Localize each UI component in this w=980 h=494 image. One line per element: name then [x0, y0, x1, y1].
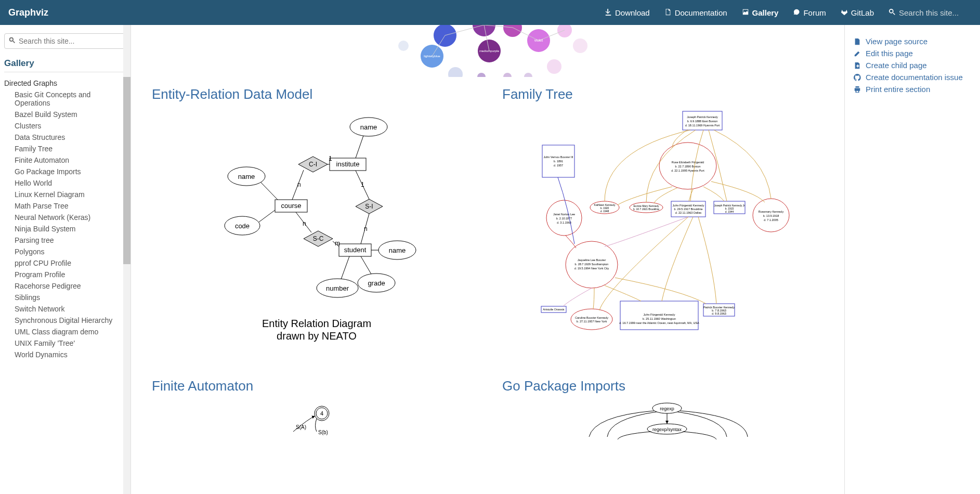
sidebar-item[interactable]: Family Tree [15, 143, 126, 154]
sidebar-item-link[interactable]: Hello World [15, 179, 52, 187]
sidebar-item-link[interactable]: Family Tree [15, 145, 53, 153]
sidebar-item-link[interactable]: Finite Automaton [15, 156, 69, 164]
svg-text:b. 10.7.1921 Brookline: b. 10.7.1921 Brookline [633, 207, 659, 211]
action-create-child-label[interactable]: Create child page [866, 61, 927, 70]
svg-text:violet: violet [534, 38, 543, 42]
svg-text:S-C: S-C [313, 235, 324, 242]
sidebar-item-link[interactable]: Neural Network (Keras) [15, 213, 90, 222]
nav-download[interactable]: Download [605, 8, 650, 17]
nav-forum[interactable]: Forum [793, 8, 826, 17]
svg-text:mediumpurple: mediumpurple [479, 49, 500, 53]
sidebar-list: Directed Graphs Basic Git Concepts and O… [4, 77, 126, 360]
top-nav: Download Documentation Gallery Forum Git… [605, 8, 972, 17]
sidebar-item[interactable]: Ninja Build System [15, 223, 126, 235]
action-view-source[interactable]: View page source [853, 35, 972, 47]
action-view-source-label[interactable]: View page source [866, 37, 927, 46]
top-search[interactable] [888, 8, 972, 17]
sidebar-item-link[interactable]: Siblings [15, 293, 40, 302]
svg-text:d. 7.1.2005: d. 7.1.2005 [764, 218, 778, 222]
sidebar-item-link[interactable]: UNIX Family 'Tree' [15, 339, 75, 347]
sidebar-item[interactable]: Program Profile [15, 269, 126, 280]
sidebar-item-link[interactable]: Math Parse Tree [15, 202, 69, 210]
sidebar-item[interactable]: Go Package Imports [15, 166, 126, 177]
sidebar-item[interactable]: Polygons [15, 246, 126, 257]
brand[interactable]: Graphviz [8, 7, 48, 18]
family-figure[interactable]: Joseph Patrick Kennedy b. 6.9.1888 East … [502, 109, 832, 343]
card-finite-title[interactable]: Finite Automaton [152, 378, 253, 394]
svg-point-13 [524, 73, 532, 77]
sidebar-item[interactable]: Hello World [15, 177, 126, 189]
action-create-child[interactable]: Create child page [853, 59, 972, 71]
sidebar-item-link[interactable]: Bazel Build System [15, 110, 77, 119]
sidebar-item[interactable]: UML Class diagram demo [15, 326, 126, 337]
svg-point-15 [573, 38, 587, 53]
card-er-title[interactable]: Entity-Relation Data Model [152, 86, 312, 102]
action-print[interactable]: Print entire section [853, 83, 972, 95]
sidebar-category[interactable]: Directed Graphs [4, 77, 126, 89]
sidebar-item[interactable]: Racehorse Pedigree [15, 280, 126, 292]
action-edit-label[interactable]: Edit this page [866, 49, 913, 58]
top-search-input[interactable] [899, 8, 972, 17]
sidebar-item-link[interactable]: Racehorse Pedigree [15, 282, 81, 290]
card-gopkg-title[interactable]: Go Package Imports [502, 378, 625, 394]
svg-point-4 [473, 25, 495, 36]
sidebar-item[interactable]: Data Structures [15, 132, 126, 143]
svg-text:1: 1 [329, 155, 332, 162]
er-figure[interactable]: institute name C-I 1 course [152, 109, 481, 369]
svg-line-63 [341, 256, 349, 279]
sidebar-item[interactable]: Siblings [15, 292, 126, 303]
sidebar-search-input[interactable] [19, 37, 122, 45]
sidebar-item-link[interactable]: Parsing tree [15, 236, 54, 244]
action-edit[interactable]: Edit this page [853, 47, 972, 59]
sidebar-item[interactable]: Linux Kernel Diagram [15, 189, 126, 200]
card-family-title[interactable]: Family Tree [502, 86, 573, 102]
svg-text:n: n [297, 181, 301, 188]
action-create-doc[interactable]: Create documentation issue [853, 71, 972, 83]
svg-text:Janet Norton Lee: Janet Norton Lee [553, 213, 575, 216]
svg-text:Rose Elizabeth Fitzgerald: Rose Elizabeth Fitzgerald [672, 161, 704, 164]
sidebar-search[interactable] [4, 33, 126, 49]
scrollbar-thumb[interactable] [123, 77, 130, 264]
sidebar-item-link[interactable]: Clusters [15, 122, 41, 130]
sidebar-item-link[interactable]: pprof CPU Profile [15, 259, 71, 267]
sidebar-item[interactable]: Basic Git Concepts and Operations [15, 89, 126, 109]
svg-text:1: 1 [361, 181, 364, 188]
sidebar-item[interactable]: Neural Network (Keras) [15, 212, 126, 223]
sidebar-item-link[interactable]: Program Profile [15, 270, 65, 279]
sidebar-section-title[interactable]: Gallery [4, 56, 126, 72]
nav-documentation[interactable]: Documentation [664, 8, 727, 17]
sidebar-item[interactable]: UNIX Family 'Tree' [15, 337, 126, 349]
sidebar-item[interactable]: Bazel Build System [15, 109, 126, 120]
sidebar-item-link[interactable]: Polygons [15, 248, 45, 256]
nav-gallery[interactable]: Gallery [742, 8, 779, 17]
svg-text:S(b): S(b) [318, 430, 328, 435]
finite-figure[interactable]: 4 S(A) S(b) [152, 400, 481, 442]
sidebar-item-link[interactable]: Basic Git Concepts and Operations [15, 90, 90, 107]
sidebar-item[interactable]: World Dynamics [15, 349, 126, 360]
nav-gitlab[interactable]: GitLab [841, 8, 874, 17]
svg-text:d. 22.11.1963 Dallas: d. 22.11.1963 Dallas [675, 211, 702, 214]
sidebar-item-link[interactable]: Linux Kernel Diagram [15, 190, 85, 199]
svg-text:d. 18.11.1969 Hyannis Port: d. 18.11.1969 Hyannis Port [685, 124, 720, 127]
action-print-label[interactable]: Print entire section [866, 85, 930, 94]
sidebar-item-link[interactable]: Data Structures [15, 133, 65, 141]
svg-text:b. 1891: b. 1891 [554, 160, 563, 163]
action-create-doc-label[interactable]: Create documentation issue [866, 73, 963, 82]
svg-point-9 [398, 41, 409, 51]
sidebar-item[interactable]: pprof CPU Profile [15, 257, 126, 269]
sidebar-item-link[interactable]: Switch Network [15, 305, 64, 313]
sidebar-item[interactable]: Finite Automaton [15, 154, 126, 166]
sidebar-item-link[interactable]: Ninja Build System [15, 225, 76, 233]
sidebar-item[interactable]: Math Parse Tree [15, 200, 126, 212]
sidebar-item-link[interactable]: Go Package Imports [15, 167, 81, 176]
sidebar-item-link[interactable]: World Dynamics [15, 350, 68, 359]
sidebar-item[interactable]: Clusters [15, 120, 126, 132]
svg-text:b. 13.9.1918: b. 13.9.1918 [763, 214, 779, 217]
sidebar-item[interactable]: Parsing tree [15, 235, 126, 246]
sidebar-item-link[interactable]: Synchronous Digital Hierarchy [15, 316, 112, 324]
sidebar-item-link[interactable]: UML Class diagram demo [15, 328, 98, 336]
sidebar-item[interactable]: Switch Network [15, 303, 126, 315]
gopkg-figure[interactable]: regexp regexp/syntax [502, 400, 832, 442]
sidebar-item[interactable]: Synchronous Digital Hierarchy [15, 315, 126, 326]
svg-point-14 [547, 59, 561, 74]
